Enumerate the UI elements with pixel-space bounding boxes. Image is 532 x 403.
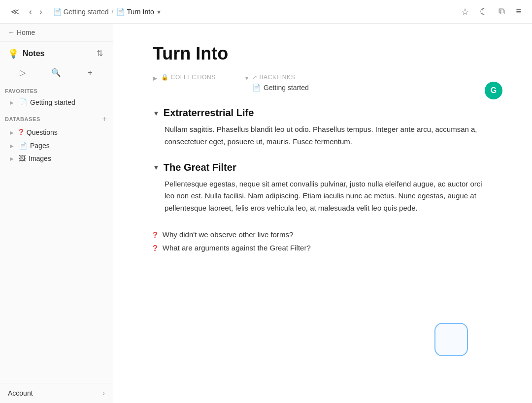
notes-icon: 💡 <box>8 48 19 59</box>
avatar: G <box>485 82 502 99</box>
section-toggle[interactable]: ▼ <box>153 163 160 171</box>
account-arrow: › <box>102 389 105 397</box>
sidebar-header: 💡 Notes ⇅ <box>0 42 113 63</box>
page-icon: 📄 <box>19 98 27 106</box>
sidebar-item-pages[interactable]: ▶ 📄 Pages <box>2 139 111 152</box>
collections-label: 🔒 COLLECTIONS <box>161 74 216 81</box>
databases-section: DATABASES + ▶ ? Questions ▶ 📄 Pages ▶ 🖼 … <box>0 111 113 167</box>
page-icon: 📄 <box>19 142 27 150</box>
question-icon: ? <box>19 128 24 137</box>
sort-button[interactable]: ⇅ <box>95 48 105 59</box>
favorites-header[interactable]: FAVORITES <box>0 86 113 96</box>
toggle-icon: ▶ <box>10 143 16 149</box>
dark-mode-button[interactable]: ☾ <box>477 4 491 19</box>
question-mark-icon: ? <box>153 231 158 240</box>
main-layout: ← Home 💡 Notes ⇅ ▷ 🔍 + FAVORITES ▶ 📄 <box>0 24 532 403</box>
toggle-icon: ▶ <box>10 156 16 161</box>
section-body-great-filter: Pellentesque egestas, neque sit amet con… <box>153 178 493 215</box>
page-title: Turn Into <box>153 43 493 64</box>
toggle-icon: ▶ <box>10 130 16 135</box>
question-list: ? Why didn't we observe other live forms… <box>153 228 493 255</box>
topbar-left: ≪ ‹ › 📄 Getting started / 📄 Turn Into ▾ <box>8 5 161 18</box>
collections-toggle[interactable]: ▶ <box>153 75 157 82</box>
topbar-nav: ‹ › <box>26 5 45 18</box>
section-great-filter: ▼ The Great Filter Pellentesque egestas,… <box>153 162 493 215</box>
account-section[interactable]: Account › <box>0 383 113 403</box>
forward-button[interactable]: › <box>36 5 45 18</box>
add-database-button[interactable]: + <box>102 115 107 124</box>
sidebar-title: 💡 Notes <box>8 48 44 59</box>
lock-icon: 🔒 <box>161 74 169 81</box>
topbar: ≪ ‹ › 📄 Getting started / 📄 Turn Into ▾ … <box>0 0 532 24</box>
menu-button[interactable]: ≡ <box>513 4 524 19</box>
breadcrumb-turn-into[interactable]: 📄 Turn Into <box>116 8 154 16</box>
toggle-icon: ▶ <box>10 100 16 105</box>
list-item: ? Why didn't we observe other live forms… <box>153 228 493 242</box>
cursor-indicator <box>434 323 468 356</box>
sidebar-item-getting-started[interactable]: ▶ 📄 Getting started <box>2 96 111 109</box>
backlink-getting-started[interactable]: 📄 Getting started <box>252 84 309 92</box>
backlinks-content: 📄 Getting started <box>252 84 309 92</box>
favorites-section: FAVORITES ▶ 📄 Getting started <box>0 84 113 111</box>
backlink-icon: ↗ <box>252 74 258 81</box>
page-icon: 📄 <box>252 84 261 92</box>
section-heading-great-filter[interactable]: ▼ The Great Filter <box>153 162 493 173</box>
sidebar: ← Home 💡 Notes ⇅ ▷ 🔍 + FAVORITES ▶ 📄 <box>0 24 113 403</box>
page-meta: ▶ 🔒 COLLECTIONS ▾ ↗ BACKLINKS <box>153 74 493 92</box>
backlinks-label: ↗ BACKLINKS <box>252 74 309 81</box>
sidebar-item-questions[interactable]: ▶ ? Questions <box>2 125 111 139</box>
topbar-right: ☆ ☾ ⧉ ≡ <box>458 4 524 19</box>
databases-header[interactable]: DATABASES + <box>0 113 113 125</box>
page-icon: 📄 <box>116 8 125 16</box>
play-button[interactable]: ▷ <box>6 65 39 80</box>
images-icon: 🖼 <box>19 155 26 162</box>
collections-meta: ▶ 🔒 COLLECTIONS <box>153 74 216 92</box>
search-button[interactable]: 🔍 <box>39 65 73 80</box>
content-area: G Turn Into ▶ 🔒 COLLECTIONS ▾ ↗ B <box>113 24 532 403</box>
breadcrumb: 📄 Getting started / 📄 Turn Into ▾ <box>53 8 161 16</box>
breadcrumb-getting-started[interactable]: 📄 Getting started <box>53 8 109 16</box>
back-button[interactable]: ‹ <box>26 5 34 18</box>
section-heading-extraterrestrial[interactable]: ▼ Extraterrestrial Life <box>153 107 493 119</box>
backlinks-toggle[interactable]: ▾ <box>245 75 248 82</box>
breadcrumb-separator: / <box>111 8 113 16</box>
question-mark-icon: ? <box>153 244 158 253</box>
collapse-sidebar-button[interactable]: ≪ <box>8 5 22 18</box>
breadcrumb-dropdown-button[interactable]: ▾ <box>157 8 161 16</box>
section-body-extraterrestrial: Nullam sagittis. Phasellus blandit leo u… <box>153 124 493 148</box>
list-item: ? What are arguments against the Great F… <box>153 242 493 255</box>
section-extraterrestrial: ▼ Extraterrestrial Life Nullam sagittis.… <box>153 107 493 148</box>
section-toggle[interactable]: ▼ <box>153 109 160 117</box>
sidebar-item-images[interactable]: ▶ 🖼 Images <box>2 152 111 165</box>
home-link[interactable]: ← Home <box>0 24 113 42</box>
backlinks-meta: ▾ ↗ BACKLINKS 📄 Getting started <box>245 74 309 92</box>
sidebar-controls: ⇅ <box>95 48 105 59</box>
windows-button[interactable]: ⧉ <box>496 4 508 19</box>
add-page-button[interactable]: + <box>73 65 107 80</box>
page-icon: 📄 <box>53 8 62 16</box>
sidebar-toolbar: ▷ 🔍 + <box>0 63 113 84</box>
star-button[interactable]: ☆ <box>458 4 472 19</box>
